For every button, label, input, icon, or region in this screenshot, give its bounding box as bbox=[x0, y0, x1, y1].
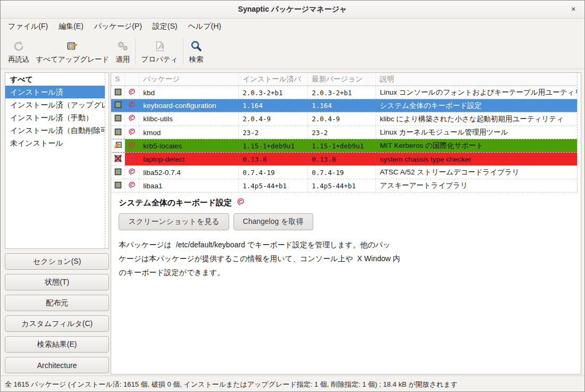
description-cell: Linux カーネルモジュール管理用ツール bbox=[376, 126, 581, 139]
column-header-package[interactable]: パッケージ bbox=[139, 73, 239, 85]
toolbar-button-0[interactable]: 再読込 bbox=[5, 36, 33, 67]
menu-item-4[interactable]: ヘルプ(H) bbox=[183, 19, 227, 35]
toolbar-button-label: 検索 bbox=[186, 55, 206, 64]
sidebar-buttons: セクション(S)状態(T)配布元カスタムフィルタ(C)検索結果(E)Archit… bbox=[5, 253, 109, 374]
package-table: Sパッケージインストール済バ最新バージョン説明 kbd2.0.3-2+b12.0… bbox=[111, 73, 581, 193]
description-line: 本パッケージは /etc/default/keyboard でキーボード設定を管… bbox=[119, 238, 573, 252]
debian-swirl-cell bbox=[125, 166, 139, 179]
filter-list-scrollbar-track[interactable] bbox=[105, 73, 108, 248]
get-changelog-button[interactable]: Changelog を取得 bbox=[233, 213, 313, 230]
latest-version-cell: 1.164 bbox=[308, 99, 376, 112]
package-name-cell: kbd bbox=[139, 86, 239, 99]
table-row[interactable]: keyboard-configuration1.1641.164システム全体のキ… bbox=[111, 99, 581, 112]
column-header-s[interactable]: S bbox=[111, 73, 125, 85]
package-status-icon-cell bbox=[111, 179, 125, 192]
apply-gears-icon bbox=[116, 39, 129, 53]
sidebar-button-4[interactable]: 検索結果(E) bbox=[5, 336, 109, 353]
remove-status-icon bbox=[114, 154, 122, 164]
toolbar-button-label: 適用 bbox=[112, 55, 133, 64]
properties-icon bbox=[153, 39, 166, 53]
filter-item-1[interactable]: インストール済 bbox=[5, 86, 108, 98]
sidebar-button-0[interactable]: セクション(S) bbox=[5, 253, 109, 270]
column-header-installed-version[interactable]: インストール済バ bbox=[239, 73, 308, 85]
reload-icon bbox=[12, 39, 25, 53]
debian-swirl-cell bbox=[125, 112, 139, 126]
table-row[interactable]: krb5-locales1.15-1+deb9u11.15-1+deb9u1MI… bbox=[111, 139, 581, 152]
sidebar-button-3[interactable]: カスタムフィルタ(C) bbox=[5, 315, 109, 332]
sidebar-button-2[interactable]: 配布元 bbox=[5, 295, 109, 311]
table-body: kbd2.0.3-2+b12.0.3-2+b1Linux コンソールのフォントお… bbox=[111, 86, 581, 193]
description-cell: アスキーアートライブラリ bbox=[376, 179, 581, 192]
toolbar-button-label: プロパティ bbox=[138, 55, 181, 64]
menu-item-0[interactable]: ファイル(F) bbox=[3, 19, 53, 35]
installed-status-icon bbox=[114, 114, 122, 124]
toolbar-button-4[interactable]: 検索 bbox=[186, 36, 206, 67]
installed-version-cell: 0.7.4-19 bbox=[239, 166, 308, 179]
column-header-latest-version[interactable]: 最新バージョン bbox=[308, 73, 376, 85]
package-name-cell: keyboard-configuration bbox=[139, 99, 239, 112]
toolbar-button-3[interactable]: プロパティ bbox=[138, 36, 181, 67]
installed-version-cell: 2.0.4-9 bbox=[239, 112, 308, 126]
installed-status-icon bbox=[114, 168, 122, 178]
statusbar-text: 全 1615 パッケージ (インストール済: 1615 個, 破損 0 個, イ… bbox=[5, 380, 458, 389]
debian-swirl-cell bbox=[125, 86, 139, 99]
package-name-cell: libaa1 bbox=[139, 179, 239, 192]
latest-version-cell: 1.4p5-44+b1 bbox=[308, 179, 376, 192]
table-row[interactable]: libaa11.4p5-44+b11.4p5-44+b1アスキーアートライブラリ bbox=[111, 179, 581, 192]
sidebar-button-5[interactable]: Architecture bbox=[5, 357, 109, 373]
table-header: Sパッケージインストール済バ最新バージョン説明 bbox=[111, 73, 581, 86]
description-cell: klibc により構築された小さな起動初期用ユーティリティ bbox=[376, 112, 581, 126]
synaptic-window: Synaptic パッケージマネージャ × ファイル(F)編集(E)パッケージ(… bbox=[0, 0, 585, 392]
description-line: ケージは本パッケージが提供するこの情報を用いて、コンソール上や X Window… bbox=[119, 252, 573, 265]
table-row[interactable]: klibc-utils2.0.4-92.0.4-9klibc により構築された小… bbox=[111, 112, 581, 126]
description-cell: MIT Kerberos の国際化サポート bbox=[376, 139, 581, 152]
table-row[interactable]: kmod23-223-2Linux カーネルモジュール管理用ツール bbox=[111, 126, 581, 139]
toolbar-button-2[interactable]: 適用 bbox=[112, 36, 133, 67]
filter-item-3[interactable]: インストール済（手動） bbox=[5, 111, 108, 124]
titlebar: Synaptic パッケージマネージャ × bbox=[1, 1, 584, 19]
filter-item-0[interactable]: すべて bbox=[5, 73, 108, 86]
package-status-icon-cell bbox=[111, 126, 125, 139]
filter-item-4[interactable]: インストール済（自動削除可 bbox=[5, 124, 108, 137]
sidebar-button-1[interactable]: 状態(T) bbox=[5, 274, 109, 290]
close-icon[interactable]: × bbox=[569, 5, 578, 14]
view-screenshot-button[interactable]: スクリーンショットを見る bbox=[119, 213, 229, 230]
toolbar: 再読込すべてアップグレード適用プロパティ検索 bbox=[1, 35, 584, 69]
filter-item-2[interactable]: インストール済（アップグレ bbox=[5, 98, 108, 111]
reinstall-status-icon bbox=[114, 141, 122, 151]
filter-item-5[interactable]: 未インストール bbox=[5, 137, 108, 149]
installed-status-icon bbox=[114, 181, 122, 191]
installed-version-cell: 1.164 bbox=[239, 99, 308, 112]
toolbar-separator bbox=[135, 38, 136, 65]
toolbar-button-1[interactable]: すべてアップグレード bbox=[33, 36, 113, 67]
package-description: 本パッケージは /etc/default/keyboard でキーボード設定を管… bbox=[119, 238, 573, 279]
installed-version-cell: 0.13.8 bbox=[239, 153, 308, 165]
table-row[interactable]: kbd2.0.3-2+b12.0.3-2+b1Linux コンソールのフォントお… bbox=[111, 86, 581, 99]
package-status-icon-cell bbox=[111, 112, 125, 126]
latest-version-cell: 23-2 bbox=[308, 126, 376, 139]
description-cell: システム全体のキーボード設定 bbox=[376, 99, 581, 112]
menu-item-2[interactable]: パッケージ(P) bbox=[89, 19, 147, 35]
installed-version-cell: 1.15-1+deb9u1 bbox=[239, 139, 308, 152]
package-name-cell: liba52-0.7.4 bbox=[139, 166, 239, 179]
debian-swirl-icon bbox=[128, 168, 136, 177]
toolbar-separator bbox=[183, 38, 183, 65]
menu-item-3[interactable]: 設定(S) bbox=[147, 19, 183, 35]
column-header-description[interactable]: 説明 bbox=[376, 73, 581, 85]
table-row[interactable]: laptop-detect0.13.80.13.8system chassis … bbox=[111, 152, 581, 165]
table-scrollbar-track[interactable] bbox=[577, 73, 581, 193]
latest-version-cell: 2.0.3-2+b1 bbox=[308, 86, 376, 99]
debian-swirl-icon bbox=[128, 181, 136, 190]
package-name-cell: klibc-utils bbox=[139, 112, 239, 126]
installed-status-icon bbox=[114, 88, 122, 98]
installed-version-cell: 2.0.3-2+b1 bbox=[239, 86, 308, 99]
description-cell: system chassis type checker bbox=[376, 153, 581, 165]
package-name-cell: laptop-detect bbox=[139, 153, 239, 165]
table-row[interactable]: liba52-0.7.40.7.4-190.7.4-19ATSC A/52 スト… bbox=[111, 165, 581, 179]
menu-item-1[interactable]: 編集(E) bbox=[53, 19, 89, 35]
upgrade-all-icon bbox=[66, 39, 79, 53]
column-header-supported[interactable] bbox=[125, 73, 139, 85]
toolbar-button-label: すべてアップグレード bbox=[33, 55, 113, 64]
window-title: Synaptic パッケージマネージャ bbox=[238, 5, 347, 14]
menubar: ファイル(F)編集(E)パッケージ(P)設定(S)ヘルプ(H) bbox=[1, 19, 584, 35]
